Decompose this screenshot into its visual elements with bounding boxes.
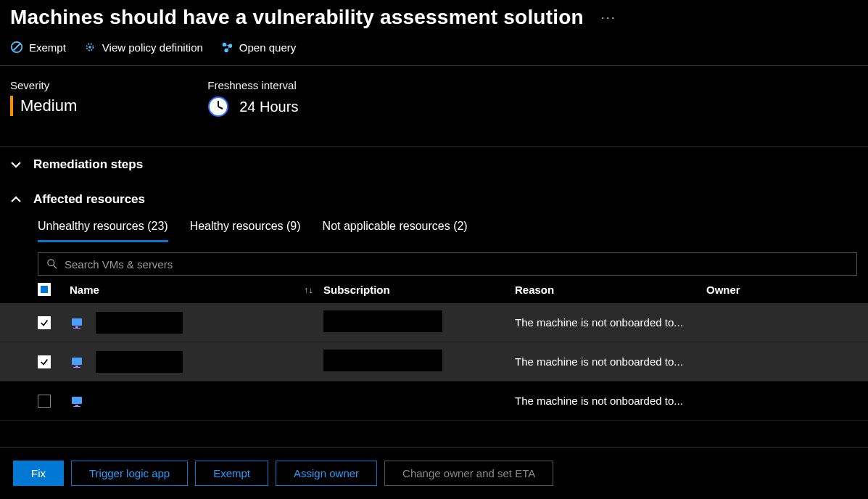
severity-indicator [10, 96, 13, 116]
exempt-icon [10, 41, 23, 54]
reason-cell: The machine is not onboarded to... [515, 316, 706, 329]
select-all-checkbox[interactable] [38, 283, 51, 296]
svg-rect-19 [73, 367, 80, 368]
svg-line-1 [14, 44, 20, 51]
view-policy-button[interactable]: View policy definition [83, 41, 203, 54]
resource-name-redacted [96, 390, 183, 412]
search-icon [46, 257, 59, 271]
svg-rect-20 [72, 397, 82, 404]
tab-unhealthy[interactable]: Unhealthy resources (23) [38, 220, 168, 242]
subscription-redacted [323, 310, 442, 332]
svg-rect-21 [75, 405, 78, 406]
search-input[interactable] [65, 258, 849, 271]
trigger-logic-app-button[interactable]: Trigger logic app [71, 461, 188, 486]
col-subscription-label[interactable]: Subscription [323, 284, 515, 296]
table-row[interactable]: The machine is not onboarded to... [0, 342, 868, 382]
svg-line-8 [226, 46, 230, 50]
chevron-up-icon [10, 194, 22, 205]
row-checkbox[interactable] [38, 355, 51, 368]
svg-rect-16 [73, 328, 80, 329]
table-row[interactable]: The machine is not onboarded to... [0, 303, 868, 342]
resource-name-redacted [96, 351, 183, 373]
assign-owner-button[interactable]: Assign owner [276, 461, 377, 486]
search-box[interactable] [38, 252, 857, 276]
svg-rect-22 [73, 406, 80, 407]
subscription-redacted [323, 389, 442, 411]
col-owner-label[interactable]: Owner [706, 284, 868, 296]
svg-rect-17 [72, 358, 82, 365]
query-icon [220, 41, 233, 54]
affected-resources-label: Affected resources [33, 192, 145, 207]
chevron-down-icon [10, 159, 22, 170]
freshness-label: Freshness interval [207, 79, 298, 91]
vm-icon [70, 316, 84, 330]
svg-rect-15 [75, 326, 78, 328]
severity-value: Medium [20, 96, 77, 115]
open-query-label: Open query [239, 41, 296, 54]
reason-cell: The machine is not onboarded to... [515, 355, 706, 368]
policy-icon [83, 41, 96, 54]
subscription-redacted [323, 350, 442, 371]
svg-point-3 [88, 46, 91, 49]
freshness-value: 24 Hours [239, 99, 298, 115]
svg-line-13 [54, 265, 57, 268]
col-reason-label[interactable]: Reason [515, 284, 706, 296]
table-row[interactable]: The machine is not onboarded to... [0, 382, 868, 421]
change-owner-eta-button: Change owner and set ETA [384, 461, 553, 486]
col-name-label[interactable]: Name [70, 284, 99, 296]
more-actions-icon[interactable]: ··· [601, 10, 616, 25]
exempt-label: Exempt [29, 41, 66, 54]
svg-point-12 [48, 260, 54, 266]
row-checkbox[interactable] [38, 395, 51, 408]
tab-healthy[interactable]: Healthy resources (9) [190, 220, 301, 242]
row-checkbox[interactable] [38, 316, 51, 329]
table-header: Name ↑↓ Subscription Reason Owner [0, 276, 868, 303]
fix-button[interactable]: Fix [13, 461, 64, 486]
resource-name-redacted [96, 312, 183, 334]
reason-cell: The machine is not onboarded to... [515, 395, 706, 407]
exempt-button[interactable]: Exempt [10, 41, 66, 54]
svg-rect-14 [72, 318, 82, 326]
svg-rect-18 [75, 366, 78, 367]
tab-notapplicable[interactable]: Not applicable resources (2) [323, 220, 468, 242]
exempt-action-button[interactable]: Exempt [195, 461, 268, 486]
remediation-steps-label: Remediation steps [33, 157, 143, 172]
affected-resources-toggle[interactable]: Affected resources [0, 182, 868, 217]
view-policy-label: View policy definition [102, 41, 203, 54]
open-query-button[interactable]: Open query [220, 41, 296, 54]
page-title: Machines should have a vulnerability ass… [10, 6, 584, 29]
vm-icon [70, 394, 84, 408]
clock-icon [207, 96, 229, 117]
vm-icon [70, 355, 84, 369]
remediation-steps-toggle[interactable]: Remediation steps [0, 147, 868, 182]
severity-label: Severity [10, 79, 77, 91]
sort-icon[interactable]: ↑↓ [304, 284, 313, 295]
